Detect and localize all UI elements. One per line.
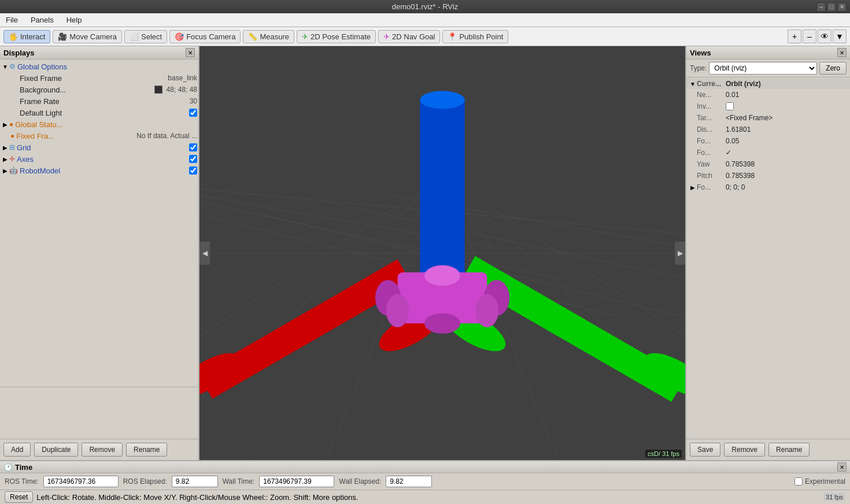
background-value: 48; 48; 48 [167,86,197,94]
fixed-fra-value: No tf data. Actual ... [136,132,197,140]
views-type-select[interactable]: Orbit (rviz) FPS (rviz) XY Orbit (rviz) [709,62,817,75]
yaw-label: Yaw [697,160,726,168]
add-display-button[interactable]: Add [3,443,31,457]
focus2-value: ✓ [726,149,731,157]
list-item[interactable]: Fixed Frame base_link [0,72,198,84]
displays-lower-area [0,387,198,439]
global-status-label: Global Statu... [15,120,197,129]
view-row: Yaw 0.785398 [686,158,850,170]
focus1-value: 0.05 [726,137,739,145]
dropdown-icon[interactable]: ▼ [833,29,847,43]
displays-title: Displays [3,49,34,57]
axes-checkbox[interactable] [189,155,197,163]
select-button[interactable]: ⬜ Select [124,30,167,43]
target-value: <Fixed Frame> [726,114,773,122]
reset-button[interactable]: Reset [5,491,33,503]
fixed-frame-label: Fixed Frame [20,74,165,83]
window-controls: – □ ✕ [816,2,847,12]
warning-circle-icon: ● [9,120,13,128]
target-label: Tar... [697,114,726,122]
interact-label: Interact [20,32,45,41]
list-item[interactable]: ▶ 🤖 RobotModel [0,165,198,176]
expand-robotmodel-icon[interactable]: ▶ [1,166,9,175]
expand-global-options-icon[interactable]: ▼ [1,62,9,71]
frame-rate-label: Frame Rate [20,97,187,106]
views-panel: Views ✕ Type: Orbit (rviz) FPS (rviz) XY… [685,46,850,460]
time-title: Time [15,463,32,472]
move-camera-label: Move Camera [69,32,117,41]
invert-z-checkbox[interactable] [726,102,734,110]
near-clip-label: Ne... [697,91,726,99]
remove-display-button[interactable]: Remove [82,443,123,457]
menubar: File Panels Help [0,13,850,27]
frame-rate-value: 30 [190,97,197,105]
maximize-button[interactable]: □ [827,2,836,12]
camera-settings-icon[interactable]: 👁 [818,29,831,43]
current-view-label: Curre... [697,80,726,88]
expand-axes-icon[interactable]: ▶ [1,155,9,163]
views-close-button[interactable]: ✕ [837,48,847,57]
viewport-right-arrow[interactable]: ▶ [675,242,685,265]
ros-elapsed-input[interactable] [172,476,218,487]
expand-global-status-icon[interactable]: ▶ [1,120,9,128]
displays-close-button[interactable]: ✕ [186,48,195,57]
save-view-button[interactable]: Save [690,443,720,457]
focus-camera-button[interactable]: 🎯 Focus Camera [169,30,241,43]
robot-model-checkbox[interactable] [189,166,197,175]
time-close-button[interactable]: ✕ [837,462,847,472]
list-item[interactable]: ● Fixed Fra... No tf data. Actual ... [0,130,198,142]
toolbar-extras: + – 👁 ▼ [788,29,847,43]
move-camera-button[interactable]: 🎥 Move Camera [53,30,122,43]
expand-focal-icon[interactable]: ▶ [689,183,697,191]
rename-view-button[interactable]: Rename [768,443,810,457]
default-light-checkbox[interactable] [189,109,197,117]
experimental-label: Experimental [805,477,845,486]
publish-point-button[interactable]: 📍 Publish Point [442,30,508,43]
wall-elapsed-input[interactable] [386,476,432,487]
list-item[interactable]: Default Light [0,107,198,118]
expand-current-view-icon[interactable]: ▼ [689,80,697,88]
menu-file[interactable]: File [3,14,20,25]
list-item[interactable]: ▶ ⊞ Grid [0,142,198,153]
ros-time-input[interactable] [43,476,119,487]
list-item[interactable]: ▶ ✛ Axes [0,153,198,165]
time-clock-icon: 🕐 [3,463,13,472]
select-icon: ⬜ [130,32,139,41]
measure-button[interactable]: 📏 Measure [243,30,294,43]
duplicate-display-button[interactable]: Duplicate [34,443,78,457]
ros-elapsed-label: ROS Elapsed: [123,477,167,486]
close-button[interactable]: ✕ [837,2,847,12]
expand-grid-icon[interactable]: ▶ [1,143,9,151]
view-row: Fo... 0.05 [686,135,850,147]
displays-tree: ▼ ⚙ Global Options Fixed Frame base_link… [0,60,198,387]
current-view-section[interactable]: ▼ Curre... Orbit (rviz) [686,79,850,89]
grid-label: Grid [17,143,187,152]
list-item[interactable]: ▶ ● Global Statu... [0,118,198,130]
move-camera-icon: 🎥 [58,32,67,41]
minus-icon[interactable]: – [803,29,816,43]
experimental-checkbox[interactable] [794,477,803,486]
list-item[interactable]: ▼ ⚙ Global Options [0,61,198,72]
experimental-row: Experimental [794,477,845,486]
rename-display-button[interactable]: Rename [126,443,167,457]
remove-view-button[interactable]: Remove [724,443,765,457]
list-item[interactable]: Frame Rate 30 [0,95,198,107]
views-zero-button[interactable]: Zero [819,62,847,75]
grid-checkbox[interactable] [189,143,197,151]
view-row: Tar... <Fixed Frame> [686,112,850,124]
fps-display: csD/ 31 fps [645,450,682,458]
menu-panels[interactable]: Panels [28,14,56,25]
interact-button[interactable]: 🖐 Interact [3,30,50,43]
add-icon[interactable]: + [788,29,801,43]
minimize-button[interactable]: – [816,2,826,12]
pose-estimate-button[interactable]: ✈ 2D Pose Estimate [297,30,376,43]
publish-point-label: Publish Point [459,32,503,41]
list-item[interactable]: Background... 48; 48; 48 [0,84,198,95]
viewport-left-arrow[interactable]: ◀ [199,242,210,265]
wall-time-input[interactable] [259,476,334,487]
nav-goal-button[interactable]: ✈ 2D Nav Goal [378,30,440,43]
near-clip-value: 0.01 [726,91,739,99]
menu-help[interactable]: Help [64,14,84,25]
viewport[interactable]: ◀ ▶ csD/ 31 fps [199,46,685,460]
main-content: Displays ✕ ▼ ⚙ Global Options Fixed Fram… [0,46,850,460]
